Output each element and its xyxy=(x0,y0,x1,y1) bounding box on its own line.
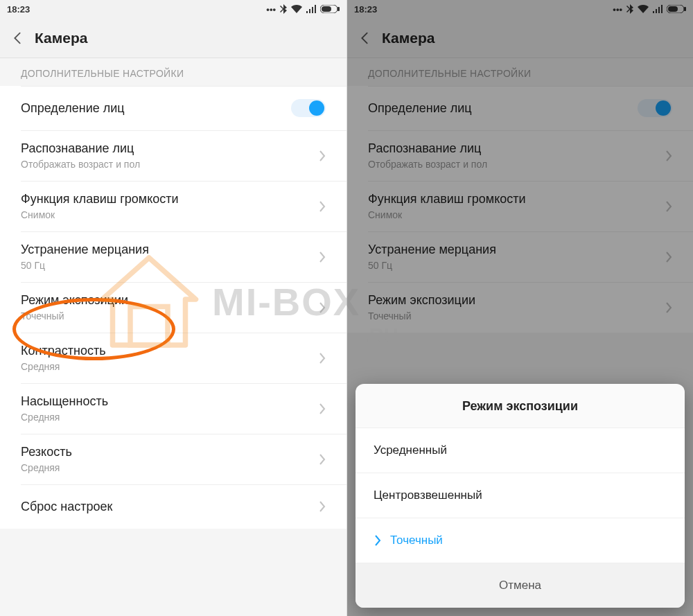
option-label: Усредненный xyxy=(374,443,447,457)
row-sub: Средняя xyxy=(21,412,312,423)
row-saturation[interactable]: Насыщенность Средняя xyxy=(0,383,346,434)
dialog-title: Режим экспозиции xyxy=(356,384,685,428)
option-label: Центровзвешенный xyxy=(374,489,482,502)
exposure-mode-dialog: Режим экспозиции Усредненный Центровзвеш… xyxy=(356,384,685,608)
chevron-right-icon xyxy=(319,302,326,313)
page-title: Камера xyxy=(35,30,87,46)
chevron-right-icon xyxy=(319,501,326,512)
cancel-button[interactable]: Отмена xyxy=(356,563,685,608)
row-face-recognition[interactable]: Распознавание лиц Отображать возраст и п… xyxy=(0,130,346,181)
row-label: Распознавание лиц xyxy=(21,141,312,156)
more-icon: ••• xyxy=(266,4,276,15)
row-label: Определение лиц xyxy=(21,101,291,116)
chevron-right-icon xyxy=(319,403,326,414)
svg-rect-1 xyxy=(337,7,340,11)
chevron-right-icon xyxy=(374,535,382,546)
row-reset-settings[interactable]: Сброс настроек xyxy=(0,484,346,529)
screen-right: 18:23 ••• Камера ДОПОЛНИТЕЛЬНЫЕ НАСТРОЙК… xyxy=(346,0,693,616)
row-sub: 50 Гц xyxy=(21,260,312,271)
row-exposure-mode[interactable]: Режим экспозиции Точечный xyxy=(0,282,346,333)
option-spot[interactable]: Точечный xyxy=(356,518,685,563)
status-icons: ••• xyxy=(266,4,340,15)
back-icon[interactable] xyxy=(10,30,25,46)
chevron-right-icon xyxy=(319,150,326,161)
option-label: Точечный xyxy=(390,534,443,547)
option-average[interactable]: Усредненный xyxy=(356,428,685,473)
row-label: Насыщенность xyxy=(21,394,312,409)
row-face-detection[interactable]: Определение лиц xyxy=(0,86,346,130)
section-header: ДОПОЛНИТЕЛЬНЫЕ НАСТРОЙКИ xyxy=(0,58,346,86)
screen-left: 18:23 ••• Камера ДОПОЛНИТЕЛЬНЫЕ НАСТРОЙК… xyxy=(0,0,346,616)
row-label: Функция клавиш громкости xyxy=(21,192,312,206)
row-volume-key[interactable]: Функция клавиш громкости Снимок xyxy=(0,181,346,231)
bluetooth-icon xyxy=(280,4,287,14)
row-label: Сброс настроек xyxy=(21,500,312,514)
row-contrast[interactable]: Контрастность Средняя xyxy=(0,333,346,383)
row-sub: Снимок xyxy=(21,209,312,220)
settings-list: Определение лиц Распознавание лиц Отобра… xyxy=(0,86,346,529)
toggle-face-detection[interactable] xyxy=(291,99,326,117)
row-label: Устранение мерцания xyxy=(21,243,312,257)
row-anti-flicker[interactable]: Устранение мерцания 50 Гц xyxy=(0,231,346,282)
option-center-weighted[interactable]: Центровзвешенный xyxy=(356,473,685,518)
row-label: Резкость xyxy=(21,445,312,459)
chevron-right-icon xyxy=(319,252,326,263)
title-bar: Камера xyxy=(0,18,346,58)
svg-rect-2 xyxy=(322,6,331,12)
chevron-right-icon xyxy=(319,353,326,364)
row-sub: Отображать возраст и пол xyxy=(21,159,312,170)
battery-icon xyxy=(320,5,340,13)
row-sub: Точечный xyxy=(21,310,312,322)
status-time: 18:23 xyxy=(7,4,30,15)
row-label: Контрастность xyxy=(21,344,312,358)
row-sub: Средняя xyxy=(21,462,312,473)
signal-icon xyxy=(306,5,316,13)
chevron-right-icon xyxy=(319,201,326,212)
row-label: Режим экспозиции xyxy=(21,293,312,308)
row-sub: Средняя xyxy=(21,361,312,372)
status-bar: 18:23 ••• xyxy=(0,0,346,18)
wifi-icon xyxy=(291,5,302,13)
row-sharpness[interactable]: Резкость Средняя xyxy=(0,434,346,484)
chevron-right-icon xyxy=(319,454,326,465)
